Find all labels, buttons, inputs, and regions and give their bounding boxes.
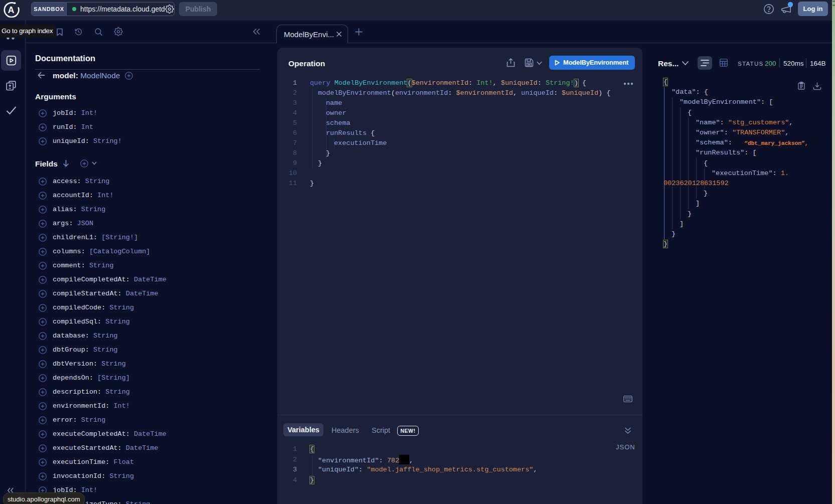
svg-text:A: A <box>8 5 15 15</box>
